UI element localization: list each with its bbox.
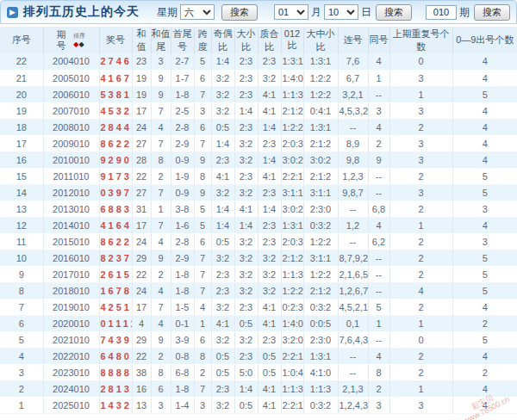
issue-search-button[interactable]: 搜索 [474,4,510,21]
cell-big-small-ratio: 2:3 [234,70,258,86]
column-header-012-ratio: 012比 [281,27,303,53]
cell-prime-composite-ratio: 1:4 [258,119,281,135]
column-header-issue[interactable]: 期号排序◆◆ [43,27,99,53]
cell-odd-even-ratio: 3:2 [211,102,234,119]
cell-same-number: 4 [368,119,389,135]
cell-prize: 86229 [99,135,132,151]
cell-odd-even-ratio: 0:5 [211,119,234,135]
cell-head-tail: 1-6 [171,217,194,233]
cell-consecutive: 4,5,3,2 [338,102,368,119]
sort-diamond-icons[interactable]: ◆◆ [73,40,84,48]
cell-index: 19 [0,102,43,119]
cell-issue: 2006010 [43,86,99,102]
cell-sum-tail: 2 [151,348,171,364]
date-search-group: 01 月 10 日 搜索 [271,4,412,21]
cell-big-small-ratio: 0:5 [234,315,258,331]
cell-digit-appear-count: 4 [452,102,517,119]
table-row: 162010010929082880-992:33:21:43:0:23:0:2… [0,151,517,168]
issue-input[interactable] [426,5,457,20]
month-select[interactable]: 01 [274,4,308,20]
cell-big-small-ratio: 4:1 [234,201,258,217]
cell-sum-tail: 1 [151,201,171,217]
issue-sort-control[interactable]: 排序◆◆ [72,33,86,48]
cell-span: 7 [194,250,211,266]
issue-search-group: 期 搜索 [426,4,510,21]
cell-issue: 2008010 [43,119,99,135]
cell-consecutive: 1,2,4,3 [338,397,368,413]
cell-head-tail: 2-7 [171,53,194,70]
cell-prize: 26158 [99,266,132,282]
cell-prize: 28132 [99,380,132,397]
cell-same-number: 9 [368,151,389,168]
week-search-group: 星期 六 搜索 [157,4,258,21]
cell-consecutive: 1,2 [338,217,368,233]
week-select[interactable]: 六 [180,4,215,20]
table-row: 172009010862292772-971:43:22:32:0:32:1:2… [0,135,517,151]
cell-prev-repeat-count: 2 [389,250,452,266]
cell-prize: 91732 [99,168,132,184]
cell-sum: 24 [132,119,151,135]
column-header-big-small-ratio: 大小比 [234,27,258,53]
cell-prize: 14323 [99,397,132,413]
cell-prime-composite-ratio: 2:3 [258,184,281,201]
table-row: 222004010274642332-751:42:32:31:3:11:3:1… [0,53,517,70]
cell-consecutive: 1,2,3 [338,168,368,184]
cell-prize: 82379 [99,250,132,266]
cell-sum: 19 [132,86,151,102]
cell-prize: 74396 [99,331,132,348]
week-search-button[interactable]: 搜索 [221,4,258,21]
cell-issue: 2011010 [43,168,99,184]
cell-span: 9 [194,151,211,168]
column-header-prev-repeat-count: 上期重复号个数 [389,27,452,53]
cell-prize: 88886 [99,364,132,380]
cell-sum-tail: 9 [151,331,171,348]
column-header-same-number: 同号 [368,27,389,53]
cell-consecutive: 4,5,2,1 [338,299,368,315]
cell-digit-appear-count: 4 [452,348,517,364]
cell-digit-appear-count: 5 [452,266,517,282]
cell-prime-composite-ratio: 4:1 [258,315,281,331]
cell-sum-tail: 7 [151,299,171,315]
cell-same-number: 1 [368,70,389,86]
page-title: 排列五历史上的今天 [23,4,140,20]
cell-sum-tail: 2 [151,168,171,184]
cell-big-mid-small-ratio: 1:2:2 [303,86,338,102]
cell-sum: 24 [132,282,151,299]
table-row: 6202001001111440-114:10:54:11:4:00:0:50,… [0,315,517,331]
cell-prize: 53812 [99,86,132,102]
cell-big-small-ratio: 2:3 [234,348,258,364]
cell-prize: 41671 [99,70,132,86]
cell-same-number: 3 [368,102,389,119]
cell-prime-composite-ratio: 0:5 [258,348,281,364]
cell-big-mid-small-ratio: 1:3:1 [303,348,338,364]
table-row: 202006010538121991-873:22:34:11:1:31:2:2… [0,86,517,102]
cell-big-mid-small-ratio: 0:0:5 [303,315,338,331]
cell-issue: 2012010 [43,184,99,201]
cell-sum-tail: 9 [151,250,171,266]
cell-prize: 16782 [99,282,132,299]
history-table: 序号期号排序◆◆奖号和值和值尾首尾号跨度奇偶比大小比质合比012比大中小比连号同… [0,27,517,414]
cell-span: 8 [194,168,211,184]
day-select[interactable]: 10 [324,4,358,20]
cell-012-ratio: 1:2:2 [281,282,303,299]
issue-label: 期 [459,5,470,20]
cell-012-ratio: 1:3:1 [281,53,303,70]
cell-012-ratio: 2:2:1 [281,397,303,413]
cell-span: 2 [194,364,211,380]
cell-index: 11 [0,233,43,250]
cell-head-tail: 3-9 [171,331,194,348]
table-row: 192007010453231772-533:21:44:12:1:20:4:1… [0,102,517,119]
cell-big-mid-small-ratio: 2:3:0 [303,331,338,348]
cell-sum-tail: 4 [151,119,171,135]
cell-sum: 17 [132,299,151,315]
cell-big-small-ratio: 1:4 [234,102,258,119]
cell-sum-tail: 4 [151,282,171,299]
table-row: 122014010416421771-651:41:42:31:3:10:3:2… [0,217,517,233]
cell-prev-repeat-count: 1 [389,86,452,102]
cell-head-tail: 1-4 [171,397,194,413]
table-row: 132013010688363113-851:44:11:43:0:22:3:0… [0,201,517,217]
date-search-button[interactable]: 搜索 [376,4,412,21]
cell-odd-even-ratio: 2:3 [211,282,234,299]
cell-big-small-ratio: 2:3 [234,299,258,315]
cell-odd-even-ratio: 2:3 [211,151,234,168]
